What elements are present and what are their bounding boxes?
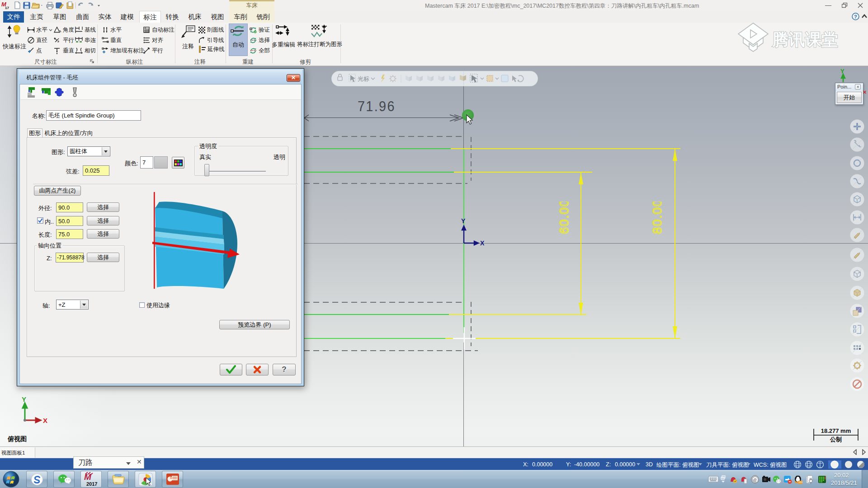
svg-text:Y: Y bbox=[461, 219, 466, 225]
svg-text:Y: Y bbox=[840, 68, 844, 75]
svg-text:80.00: 80.00 bbox=[650, 202, 664, 234]
svg-text:2017: 2017 bbox=[86, 481, 97, 487]
svg-text:X: X bbox=[480, 239, 485, 247]
svg-text:60.00: 60.00 bbox=[557, 202, 571, 234]
svg-text:X: X bbox=[43, 417, 47, 424]
svg-text:Y: Y bbox=[22, 397, 26, 403]
svg-text:17: 17 bbox=[5, 6, 9, 9]
svg-text:?: ? bbox=[854, 14, 857, 19]
svg-text:腾讯课堂: 腾讯课堂 bbox=[772, 30, 838, 49]
svg-text:光标: 光标 bbox=[358, 75, 369, 82]
